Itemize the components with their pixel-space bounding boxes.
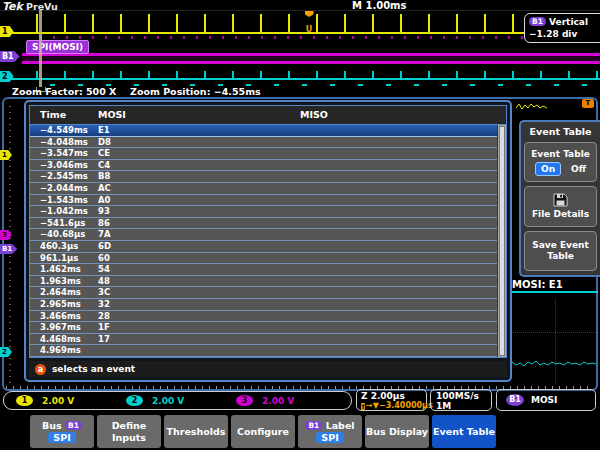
bus-source-readout: B1 MOSI [496,389,596,411]
menu-bus-display-button[interactable]: Bus Display [365,415,429,448]
b1-badge: B1 [506,394,524,406]
event-row[interactable]: 4.468ms17 [30,334,498,346]
event-row[interactable]: −3.046msC4 [30,160,498,172]
vertical-readout-badge: B1 Vertical −1.28 div [524,13,600,43]
event-row[interactable]: −2.545msB8 [30,171,498,183]
menu-define-inputs-button[interactable]: Define Inputs [97,415,161,448]
zoom-trigger-tag: T [582,99,594,108]
ch2-trace-ticks [36,71,600,78]
event-row[interactable]: 460.3µs6D [30,241,498,253]
zoom-scale-readout: Z 2.00µs T →▼ −3.40000µs [356,389,427,411]
b1-badge: B1 [305,421,322,430]
ch2-badge: 2 [126,395,143,406]
event-row[interactable]: −40.68µs7A [30,229,498,241]
menu-thresholds-button[interactable]: Thresholds [164,415,228,448]
bus-label: SPI(MOSI) [26,40,89,54]
event-row[interactable]: −1.543msA0 [30,195,498,207]
side-menu: Event Table Event Table On Off File Deta… [519,120,600,277]
toggle-on[interactable]: On [535,162,561,176]
trigger-flag-icon [305,11,314,17]
trigger-position-icon: U [303,11,315,36]
event-row[interactable]: 3.466ms28 [30,311,498,323]
b1-badge: B1 [65,421,82,430]
ch1-readout: 12.00 V [16,395,126,406]
event-table-rows: −4.549msE1−4.048msD8−3.547msCE−3.046msC4… [30,125,498,357]
menu-bus-button[interactable]: Bus B1 SPI [30,415,94,448]
ch2-readout: 22.00 V [126,395,236,406]
graticule-hline [510,332,596,334]
event-row[interactable]: −1.042ms93 [30,206,498,218]
bottom-menu-bar: Bus B1 SPI Define Inputs Thresholds Conf… [0,412,600,450]
event-row[interactable]: 1.963ms48 [30,276,498,288]
file-details-button[interactable]: File Details [524,186,597,226]
event-row[interactable]: −541.6µs86 [30,218,498,230]
knob-a-icon: a [35,364,46,375]
event-row[interactable]: −2.044msAC [30,183,498,195]
trigger-t-icon: T [361,403,365,410]
event-table-dialog: Time MOSI MISO −4.549msE1−4.048msD8−3.54… [24,100,512,382]
event-table-toggle-button[interactable]: Event Table On Off [524,142,597,182]
zoom-left-ruler [9,101,11,383]
menu-configure-button[interactable]: Configure [231,415,295,448]
bus-decode-underline [508,291,598,293]
oscilloscope-screen: Tek PreVu M 1.00ms 1 B1 2 SPI(MOSI) U B1… [0,0,600,450]
column-mosi: MOSI [98,109,126,120]
dialog-hint-bar: a selects an event [29,361,507,377]
toggle-off[interactable]: Off [571,164,586,174]
zoom-factor-readout: Zoom Factor: 500 X [12,86,116,97]
column-miso: MISO [300,109,328,120]
b1-badge: B1 [529,17,546,26]
table-scrollbar[interactable] [497,125,506,357]
column-time: Time [40,109,66,120]
side-menu-title: Event Table [521,122,600,142]
trigger-delay-readout: T →▼ −3.40000µs [361,401,422,411]
zoom-position-readout: Zoom Position: −4.55ms [130,86,261,97]
ch2-trace [8,78,600,80]
event-row[interactable]: −4.549msE1 [30,125,498,137]
spi-bus-trace [22,53,600,64]
event-row[interactable]: 961.1µs60 [30,253,498,265]
ch3-readout: 32.00 V [236,395,346,406]
ch1-badge: 1 [16,395,33,406]
event-row[interactable]: −3.547msCE [30,148,498,160]
zoom-position-cursor[interactable] [39,10,42,87]
event-table: Time MOSI MISO −4.549msE1−4.048msD8−3.54… [29,105,507,358]
event-row[interactable]: 3.967ms1F [30,322,498,334]
arrow-icons: →▼ [366,401,379,411]
ch3-trace-dots [40,36,600,39]
acquisition-readout: 100MS/s 1M points [430,389,492,411]
channel-readouts: 12.00 V 22.00 V 32.00 V [3,391,352,410]
event-row[interactable]: 4.969ms [30,345,498,357]
ch1-zoom-trace [516,102,548,111]
scrollbar-thumb[interactable] [499,126,505,356]
event-row[interactable]: 1.462ms54 [30,264,498,276]
event-row[interactable]: −4.048msD8 [30,137,498,149]
graticule-vline [555,299,557,384]
ch2-zoom-trace [508,359,596,369]
menu-label-button[interactable]: B1 Label SPI [298,415,362,448]
event-row[interactable]: 2.965ms32 [30,299,498,311]
bus-decode-readout: MOSI: E1 [512,279,563,290]
event-row[interactable]: 2.464ms3C [30,287,498,299]
ch1-trace-spikes [36,14,600,33]
floppy-disk-icon [553,193,568,207]
ch3-badge: 3 [236,395,253,406]
overview-waveform-area [0,10,600,88]
menu-event-table-button[interactable]: Event Table [432,415,496,448]
hint-text: selects an event [52,364,135,374]
vertical-value: −1.28 div [529,28,600,40]
save-event-table-button[interactable]: Save Event Table [524,231,597,271]
event-table-header: Time MOSI MISO [30,106,506,125]
